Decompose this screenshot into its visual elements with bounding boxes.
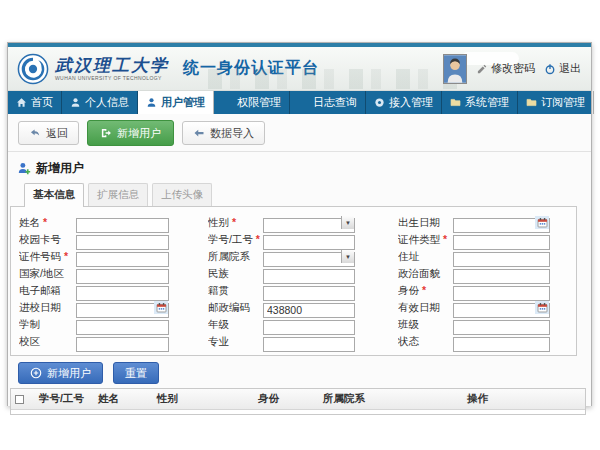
- field-input-wrap: [263, 266, 355, 281]
- form-field-grade: 年级: [208, 317, 355, 332]
- field-input-status[interactable]: [453, 337, 550, 352]
- calendar-icon[interactable]: [535, 301, 549, 314]
- field-label: 政治面貌: [398, 267, 453, 281]
- folder-icon: [450, 97, 461, 108]
- field-input-class[interactable]: [453, 320, 550, 335]
- calendar-icon[interactable]: [535, 216, 549, 229]
- field-input-ethnicity[interactable]: [263, 269, 355, 284]
- field-input-name[interactable]: [76, 218, 169, 233]
- field-label: 姓名 *: [19, 216, 76, 230]
- field-input-schooling-length[interactable]: [76, 320, 169, 335]
- field-label: 邮政编码: [208, 301, 263, 315]
- key-icon: [222, 97, 233, 108]
- field-input-political-status[interactable]: [453, 269, 550, 284]
- user-icon: [146, 97, 157, 108]
- field-input-native-place[interactable]: [263, 286, 355, 301]
- nav-item-access-management[interactable]: 接入管理: [366, 91, 442, 114]
- field-input-grade[interactable]: [263, 320, 355, 335]
- submit-add-user-label: 新增用户: [47, 366, 91, 381]
- back-arrow-icon: [29, 127, 41, 139]
- data-import-button[interactable]: 数据导入: [182, 121, 265, 145]
- field-input-student-id[interactable]: [263, 235, 355, 250]
- select-all-checkbox[interactable]: [15, 395, 24, 404]
- dropdown-arrow-icon[interactable]: ▼: [341, 250, 354, 263]
- field-input-wrap: [76, 334, 169, 349]
- logout-link[interactable]: 退出: [544, 61, 581, 76]
- field-label: 校园卡号: [19, 233, 76, 247]
- field-input-identity[interactable]: [453, 286, 550, 301]
- form-field-name: 姓名 *: [19, 215, 169, 230]
- field-input-postal-code[interactable]: [263, 303, 355, 318]
- section-title: 新增用户: [36, 160, 84, 177]
- log-icon: [298, 97, 309, 108]
- home-icon: [16, 97, 27, 108]
- university-name: 武汉理工大学: [55, 57, 169, 74]
- main-content: 返回 新增用户 数据导入 新增用户: [8, 114, 591, 406]
- field-input-wrap: [263, 300, 355, 315]
- nav-item-permission-management[interactable]: 权限管理: [214, 91, 290, 114]
- field-input-email[interactable]: [76, 286, 169, 301]
- nav-item-log-query[interactable]: 日志查询: [290, 91, 366, 114]
- logout-label: 退出: [559, 61, 581, 76]
- university-logo-icon: [17, 53, 49, 85]
- nav-item-label: 订阅管理: [541, 95, 585, 110]
- submit-add-user-button[interactable]: 新增用户: [18, 362, 103, 384]
- required-asterisk: *: [40, 216, 47, 228]
- form-field-id-number: 证件号码 *: [19, 249, 169, 264]
- form-field-ethnicity: 民族: [208, 266, 355, 281]
- skyline-decoration: [208, 69, 461, 89]
- form-field-email: 电子邮箱: [19, 283, 169, 298]
- required-asterisk: *: [253, 233, 260, 245]
- required-asterisk: *: [419, 284, 426, 296]
- field-input-wrap: [76, 232, 169, 247]
- field-label: 电子邮箱: [19, 284, 76, 298]
- field-input-country-region[interactable]: [76, 269, 169, 284]
- nav-item-label: 系统管理: [465, 95, 509, 110]
- column-header: 性别: [153, 389, 254, 409]
- field-label: 国家/地区: [19, 267, 76, 281]
- add-user-toolbar-button[interactable]: 新增用户: [87, 120, 174, 146]
- field-input-wrap: [453, 300, 550, 315]
- header-user-area: 修改密码 退出: [443, 54, 581, 84]
- field-input-campus[interactable]: [76, 337, 169, 352]
- back-button-label: 返回: [46, 126, 68, 141]
- app-window: 武汉理工大学 WUHAN UNIVERSITY OF TECHNOLOGY 统一…: [7, 42, 592, 406]
- calendar-icon[interactable]: [154, 301, 168, 314]
- data-import-label: 数据导入: [210, 126, 254, 141]
- nav-item-label: 用户管理: [161, 95, 205, 110]
- nav-item-subscription-management[interactable]: 订阅管理: [518, 91, 594, 114]
- form-field-entry-date: 进校日期: [19, 300, 169, 315]
- field-label: 籍贯: [208, 284, 263, 298]
- form-field-campus: 校区: [19, 334, 169, 349]
- tab-extended-info[interactable]: 扩展信息: [88, 183, 148, 206]
- main-navigation: 首页个人信息用户管理权限管理日志查询接入管理系统管理订阅管理: [8, 91, 591, 114]
- field-input-id-number[interactable]: [76, 252, 169, 267]
- form-field-postal-code: 邮政编码: [208, 300, 355, 315]
- field-input-wrap: [76, 249, 169, 264]
- change-password-link[interactable]: 修改密码: [476, 61, 535, 76]
- nav-item-system-management[interactable]: 系统管理: [442, 91, 518, 114]
- nav-item-profile[interactable]: 个人信息: [62, 91, 138, 114]
- field-input-address[interactable]: [453, 252, 550, 267]
- field-label: 所属院系: [208, 250, 263, 264]
- folder-icon: [526, 97, 537, 108]
- import-arrow-icon: [193, 127, 205, 139]
- nav-item-user-management[interactable]: 用户管理: [138, 91, 214, 114]
- tab-upload-avatar[interactable]: 上传头像: [152, 183, 212, 206]
- field-label: 有效日期: [398, 301, 453, 315]
- nav-item-label: 接入管理: [389, 95, 433, 110]
- nav-item-home[interactable]: 首页: [8, 91, 62, 114]
- add-user-icon: [100, 127, 112, 139]
- field-input-id-type[interactable]: [453, 235, 550, 250]
- tab-basic-info[interactable]: 基本信息: [24, 183, 84, 207]
- dropdown-arrow-icon[interactable]: ▼: [341, 216, 354, 229]
- user-form: 姓名 *校园卡号证件号码 *国家/地区电子邮箱进校日期学制校区性别 *▼学号/工…: [11, 215, 576, 349]
- form-field-native-place: 籍贯: [208, 283, 355, 298]
- back-button[interactable]: 返回: [18, 121, 79, 145]
- field-input-wrap: [76, 215, 169, 230]
- field-input-campus-card-number[interactable]: [76, 235, 169, 250]
- form-field-schooling-length: 学制: [19, 317, 169, 332]
- field-input-major[interactable]: [263, 337, 355, 352]
- column-header: 操作: [463, 389, 585, 409]
- reset-button[interactable]: 重置: [113, 362, 159, 384]
